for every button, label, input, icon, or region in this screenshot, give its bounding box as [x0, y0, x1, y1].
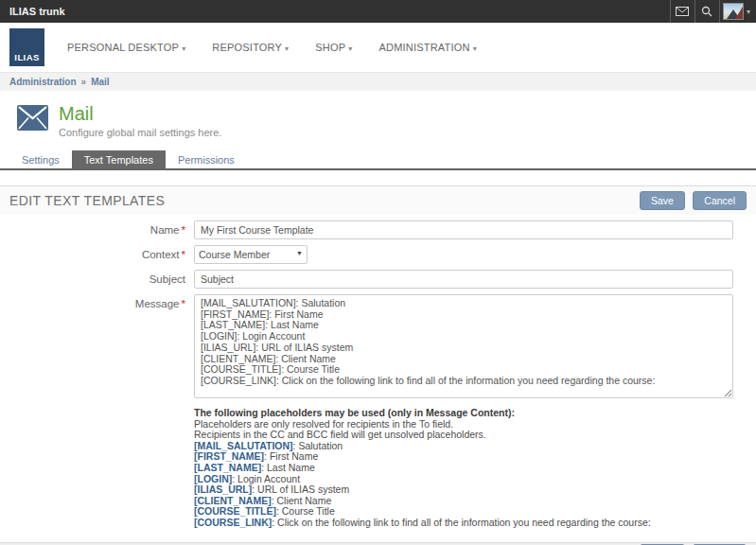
nav-repository[interactable]: REPOSITORY▾ [199, 34, 302, 61]
required-marker: * [182, 298, 185, 309]
message-label: Message* [0, 294, 194, 536]
user-menu[interactable]: ▾ [720, 0, 756, 23]
tab-settings[interactable]: Settings [9, 150, 72, 168]
mail-page-icon [17, 105, 48, 138]
chevron-down-icon: ▾ [473, 44, 477, 53]
mail-icon[interactable] [671, 0, 694, 23]
nav-shop[interactable]: SHOP▾ [302, 34, 365, 61]
subject-label: Subject [0, 270, 194, 289]
ilias-logo[interactable]: ILIAS [9, 28, 44, 66]
breadcrumb-separator: » [81, 77, 87, 87]
main-nav: ILIAS PERSONAL DESKTOP▾ REPOSITORY▾ SHOP… [0, 23, 756, 72]
subject-row: Subject [0, 270, 733, 289]
tab-permissions[interactable]: Permissions [166, 150, 247, 168]
edit-text-templates-form: EDIT TEXT TEMPLATES Save Cancel Name* Co… [0, 185, 756, 545]
tab-bar: Settings Text Templates Permissions [0, 150, 756, 170]
page-header: Mail Configure global mail settings here… [0, 91, 756, 142]
nav-administration[interactable]: ADMINISTRATION▾ [366, 34, 490, 61]
context-label: Context* [0, 245, 194, 264]
required-marker: * [182, 249, 185, 260]
search-icon[interactable] [695, 0, 719, 23]
cancel-button[interactable]: Cancel [693, 191, 747, 210]
tab-text-templates[interactable]: Text Templates [72, 150, 166, 168]
name-label: Name* [0, 220, 194, 239]
breadcrumb-mail[interactable]: Mail [91, 77, 109, 87]
chevron-down-icon: ▾ [285, 44, 289, 53]
context-select[interactable]: Course Member [194, 245, 308, 264]
message-field[interactable]: [MAIL_SALUTATION]: Salutation [FIRST_NAM… [194, 294, 733, 398]
chevron-down-icon: ▾ [348, 44, 352, 53]
name-row: Name* [0, 220, 733, 239]
message-row: Message* [MAIL_SALUTATION]: Salutation [… [0, 294, 733, 536]
chevron-down-icon: ▾ [747, 8, 750, 16]
breadcrumb: Administration » Mail [0, 72, 756, 91]
save-button[interactable]: Save [640, 191, 685, 210]
form-title: EDIT TEXT TEMPLATES [9, 193, 165, 208]
form-header: EDIT TEXT TEMPLATES Save Cancel [0, 185, 756, 215]
page-subtitle: Configure global mail settings here. [59, 127, 221, 138]
nav-personal-desktop[interactable]: PERSONAL DESKTOP▾ [54, 34, 199, 61]
avatar [723, 3, 744, 20]
form-footer: * Required Save Cancel [0, 542, 756, 545]
context-select-wrap: Course Member [194, 245, 308, 264]
page-title: Mail [59, 103, 221, 124]
subject-field[interactable] [194, 270, 733, 289]
name-field[interactable] [194, 220, 733, 239]
message-help: The following placeholders may be used (… [194, 408, 733, 529]
required-marker: * [182, 224, 185, 236]
placeholder-item: [COURSE_LINK]: Click on the following li… [194, 518, 733, 529]
chevron-down-icon: ▾ [182, 44, 185, 53]
context-row: Context* Course Member [0, 245, 733, 264]
app-title: ILIAS trunk [9, 6, 65, 17]
breadcrumb-administration[interactable]: Administration [9, 77, 77, 87]
help-heading: The following placeholders may be used (… [194, 408, 733, 419]
top-bar: ILIAS trunk ▾ [0, 0, 756, 23]
